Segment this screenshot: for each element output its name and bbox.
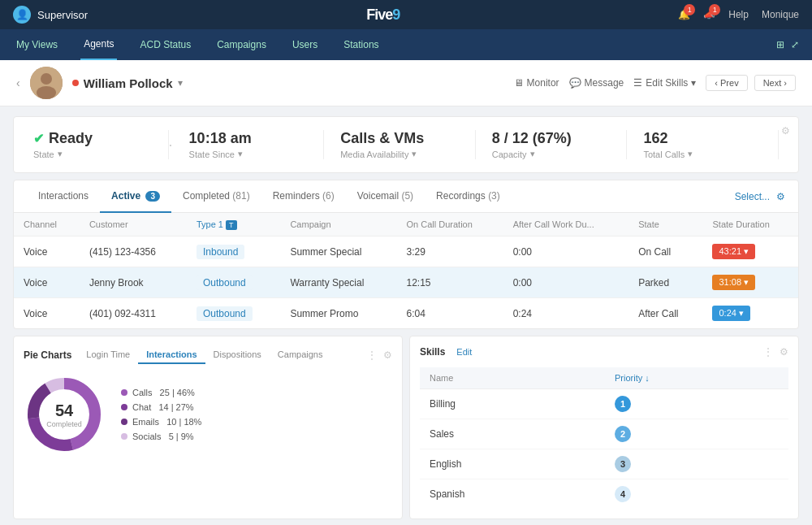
edit-skills-button[interactable]: ☰ Edit Skills ▾ [633, 77, 696, 89]
col-oncall: On Call Duration [397, 213, 503, 236]
tab-interactions[interactable]: Interactions [27, 180, 100, 213]
state-since-label[interactable]: State Since ▾ [189, 149, 308, 159]
pie-tab-dispositions[interactable]: Dispositions [205, 346, 270, 364]
agent-header: ‹ William Pollock ▾ 🖥 Monitor 💬 Message … [0, 60, 812, 106]
media-dropdown: ▾ [412, 149, 417, 159]
state-duration-badge[interactable]: 31:08 ▾ [712, 275, 755, 290]
state-since-stat: 10:18 am State Since ▾ [173, 130, 325, 159]
pie-chart-actions: ⋮ ⚙ [367, 349, 392, 361]
help-menu[interactable]: Help [728, 9, 749, 20]
skills-table-body: Billing 1 Sales 2 English 3 Spanish 4 [420, 389, 788, 510]
cell-campaign: Summer Promo [280, 298, 396, 329]
interactions-table: Channel Customer Type 1 T Campaign On Ca… [14, 213, 798, 328]
pie-settings-icon[interactable]: ⚙ [383, 349, 392, 361]
state-dropdown: ▾ [58, 149, 63, 159]
skills-more-icon[interactable]: ⋮ [763, 346, 773, 358]
cell-state: Parked [628, 267, 702, 298]
agent-name-area: William Pollock ▾ [72, 76, 504, 90]
monitor-button[interactable]: 🖥 Monitor [514, 77, 559, 89]
supervisor-icon: 👤 [13, 6, 31, 24]
state-duration-badge[interactable]: 43:21 ▾ [712, 244, 755, 259]
pie-tab-login[interactable]: Login Time [78, 346, 138, 364]
cell-state: After Call [628, 298, 702, 329]
legend-socials: Socials 5 | 9% [121, 432, 201, 441]
bell-icon-wrapper[interactable]: 🔔1 [678, 9, 690, 20]
skills-col-priority[interactable]: Priority ↓ [605, 367, 788, 389]
cell-type: Inbound [187, 236, 280, 267]
type-badge: Outbound [197, 276, 253, 290]
megaphone-icon-wrapper[interactable]: 📣1 [703, 9, 715, 20]
prev-button[interactable]: ‹ Prev [706, 75, 747, 91]
nav-campaigns[interactable]: Campaigns [214, 29, 270, 60]
state-value: ✔ Ready [33, 130, 152, 147]
skills-settings-icon[interactable]: ⚙ [780, 346, 788, 358]
pie-more-icon[interactable]: ⋮ [367, 349, 377, 361]
priority-badge: 3 [615, 456, 631, 472]
tab-voicemail[interactable]: Voicemail (5) [346, 180, 425, 213]
skill-name: Sales [420, 419, 605, 449]
agent-dropdown-icon[interactable]: ▾ [178, 77, 183, 89]
capacity-label[interactable]: Capacity ▾ [492, 149, 611, 159]
cell-campaign: Summer Special [280, 236, 396, 267]
voicemail-count: (5) [401, 190, 413, 202]
skill-name: Billing [420, 389, 605, 419]
svg-point-2 [37, 86, 56, 99]
col-type[interactable]: Type 1 T [187, 213, 280, 236]
col-customer: Customer [80, 213, 187, 236]
five9-logo: Five9 [366, 7, 400, 24]
back-button[interactable]: ‹ [16, 76, 20, 89]
media-label[interactable]: Media Availability ▾ [340, 149, 459, 159]
cell-oncall: 6:04 [397, 298, 503, 329]
next-button[interactable]: Next › [754, 75, 796, 91]
legend-emails: Emails 10 | 18% [121, 417, 201, 427]
priority-badge: 1 [615, 396, 631, 412]
cell-customer: (415) 123-4356 [80, 236, 187, 267]
type-badge: Outbound [197, 306, 253, 321]
edit-skills-link[interactable]: Edit [456, 347, 472, 357]
skills-table-header: Name Priority ↓ [420, 367, 788, 389]
stats-row: ✔ Ready State ▾ · 10:18 am State Since ▾… [13, 116, 799, 173]
user-menu[interactable]: Monique [762, 9, 799, 20]
tab-recordings[interactable]: Recordings (3) [425, 180, 512, 213]
active-badge: 3 [145, 191, 160, 202]
state-since-dropdown: ▾ [238, 149, 243, 159]
avatar-image [30, 67, 63, 99]
skills-section: Skills Edit ⋮ ⚙ Name Priority ↓ Billing … [409, 336, 799, 519]
svg-point-1 [41, 73, 52, 85]
total-calls-label[interactable]: Total Calls ▾ [643, 149, 762, 159]
nav-agents[interactable]: Agents [80, 29, 117, 60]
priority-badge: 4 [615, 486, 631, 502]
skills-dropdown-icon: ▾ [691, 77, 696, 89]
skill-name: English [420, 449, 605, 479]
expand-icon[interactable]: ⤢ [791, 39, 799, 50]
settings-icon[interactable]: ⚙ [781, 125, 790, 137]
col-state-duration: State Duration [702, 213, 798, 236]
cell-oncall: 12:15 [397, 267, 503, 298]
skill-row: Spanish 4 [420, 479, 788, 510]
nav-my-views[interactable]: My Views [13, 29, 61, 60]
skill-priority: 3 [605, 449, 788, 479]
interactions-right: Select... ⚙ [735, 191, 785, 202]
grid-icon[interactable]: ⊞ [776, 39, 784, 50]
state-label[interactable]: State ▾ [33, 149, 152, 159]
tab-reminders[interactable]: Reminders (6) [261, 180, 346, 213]
capacity-stat: 8 / 12 (67%) Capacity ▾ [476, 130, 628, 159]
nav-acd-status[interactable]: ACD Status [136, 29, 194, 60]
skill-name: Spanish [420, 479, 605, 510]
top-right-actions: 🔔1 📣1 Help Monique [678, 9, 799, 20]
message-button[interactable]: 💬 Message [569, 77, 624, 89]
table-row: Voice (415) 123-4356 Inbound Summer Spec… [14, 236, 798, 267]
state-duration-badge[interactable]: 0:24 ▾ [712, 306, 749, 321]
cell-type: Outbound [187, 298, 280, 329]
select-link[interactable]: Select... [735, 191, 770, 202]
cell-state-duration: 31:08 ▾ [702, 267, 798, 298]
table-settings-icon[interactable]: ⚙ [776, 191, 785, 202]
tab-completed[interactable]: Completed (81) [171, 180, 261, 213]
nav-stations[interactable]: Stations [340, 29, 382, 60]
pie-tab-interactions[interactable]: Interactions [138, 346, 205, 364]
nav-users[interactable]: Users [289, 29, 321, 60]
tab-active[interactable]: Active 3 [100, 180, 171, 213]
legend-dot-emails [121, 419, 127, 425]
pie-tab-campaigns[interactable]: Campaigns [270, 346, 331, 364]
agent-name: William Pollock [84, 76, 173, 90]
